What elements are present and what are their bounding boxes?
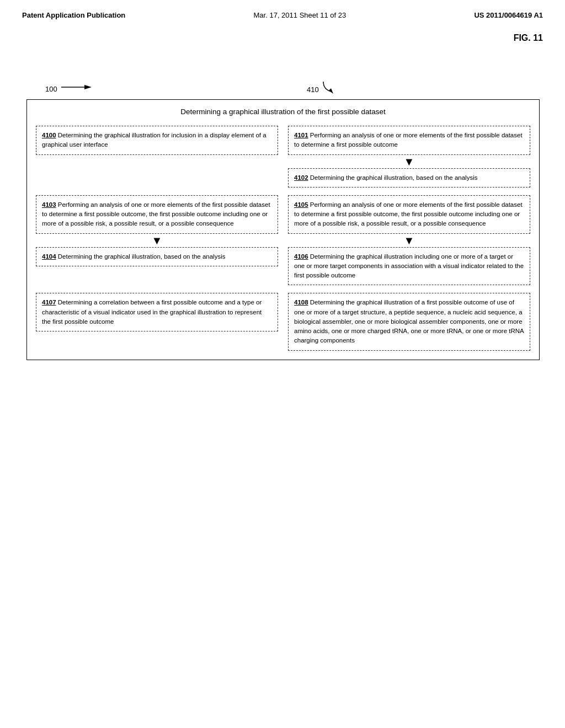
- col-left-row3: 4107 Determining a correlation between a…: [36, 293, 278, 350]
- header-left: Patent Application Publication: [22, 11, 125, 19]
- col-right-row2: 4105 Performing an analysis of one or mo…: [288, 195, 530, 286]
- box-4102-id: 4102: [294, 174, 308, 181]
- box-4101-id: 4101: [294, 132, 308, 138]
- box-4102-text: Determining the graphical illustration, …: [310, 174, 478, 181]
- box-4106: 4106 Determining the graphical illustrat…: [288, 247, 530, 286]
- col-left-row1: 4100 Determining the graphical illustrat…: [36, 126, 278, 188]
- col-right-row1: 4101 Performing an analysis of one or mo…: [288, 126, 530, 188]
- box-4102: 4102 Determining the graphical illustrat…: [288, 168, 530, 188]
- row-2: 4103 Performing an analysis of one or mo…: [36, 195, 530, 286]
- box-4105-id: 4105: [294, 201, 308, 208]
- box-4107-id: 4107: [42, 299, 56, 306]
- ref-100: 100: [45, 83, 92, 93]
- box-4107: 4107 Determining a correlation between a…: [36, 293, 278, 331]
- box-4100: 4100 Determining the graphical illustrat…: [36, 126, 278, 155]
- box-4103-text: Performing an analysis of one or more el…: [42, 201, 270, 227]
- header-center: Mar. 17, 2011 Sheet 11 of 23: [254, 11, 347, 19]
- diagram-title: Determining a graphical illustration of …: [36, 108, 530, 116]
- box-4100-id: 4100: [42, 132, 56, 138]
- page: Patent Application Publication Mar. 17, …: [0, 0, 565, 728]
- box-4104-id: 4104: [42, 253, 56, 260]
- ref-410: 410: [307, 82, 337, 94]
- box-4101: 4101 Performing an analysis of one or mo…: [288, 126, 530, 155]
- box-4104: 4104 Determining the graphical illustrat…: [36, 247, 278, 266]
- box-4103: 4103 Performing an analysis of one or mo…: [36, 195, 278, 234]
- arrow-4105-4106: ▼: [288, 235, 530, 246]
- header-right: US 2011/0064619 A1: [474, 11, 543, 19]
- box-4101-text: Performing an analysis of one or more el…: [294, 132, 523, 148]
- box-4106-text: Determining the graphical illustration i…: [294, 253, 524, 279]
- col-left-row2: 4103 Performing an analysis of one or mo…: [36, 195, 278, 286]
- box-4108: 4108 Determining the graphical illustrat…: [288, 293, 530, 350]
- box-4107-text: Determining a correlation between a firs…: [42, 299, 262, 325]
- box-4100-text: Determining the graphical illustration f…: [42, 132, 266, 148]
- col-right-row3: 4108 Determining the graphical illustrat…: [288, 293, 530, 350]
- diagram: Determining a graphical illustration of …: [26, 99, 540, 360]
- box-4106-id: 4106: [294, 253, 308, 260]
- box-4105-text: Performing an analysis of one or more el…: [294, 201, 523, 227]
- arrow-4101-4102: ▼: [288, 156, 530, 167]
- box-4105: 4105 Performing an analysis of one or mo…: [288, 195, 530, 234]
- svg-marker-1: [84, 85, 92, 89]
- row-3: 4107 Determining a correlation between a…: [36, 293, 530, 350]
- box-4104-text: Determining the graphical illustration, …: [58, 253, 226, 260]
- row-1: 4100 Determining the graphical illustrat…: [36, 126, 530, 188]
- fig-label: FIG. 11: [514, 33, 543, 43]
- box-4108-text: Determining the graphical illustration o…: [294, 299, 524, 344]
- header: Patent Application Publication Mar. 17, …: [22, 11, 543, 19]
- arrow-4103-4104: ▼: [36, 235, 278, 246]
- box-4108-id: 4108: [294, 299, 308, 306]
- box-4103-id: 4103: [42, 201, 56, 208]
